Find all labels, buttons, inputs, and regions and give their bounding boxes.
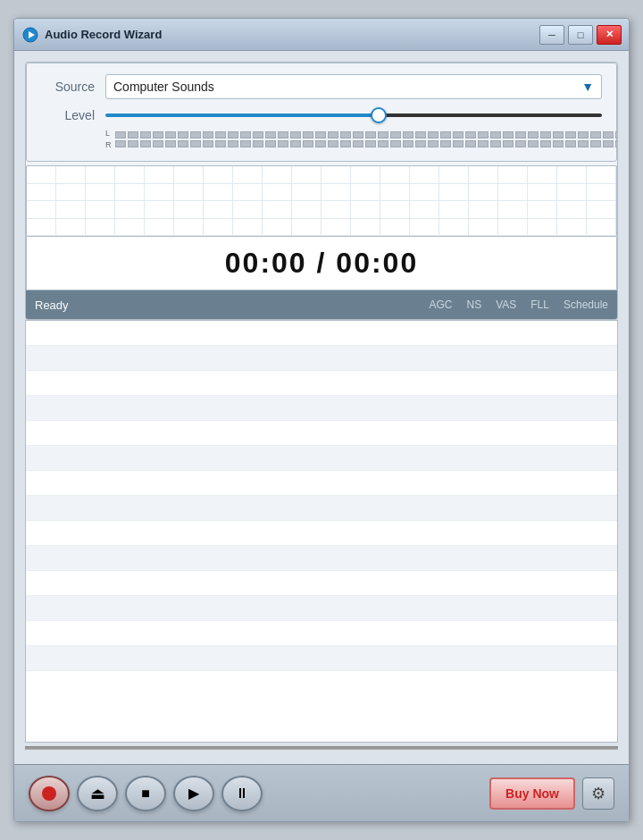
waveform-cell xyxy=(263,219,292,237)
status-vas: VAS xyxy=(496,298,516,311)
list-item[interactable] xyxy=(26,496,617,521)
vu-seg xyxy=(440,131,451,139)
list-item[interactable] xyxy=(26,371,617,396)
waveform-cell xyxy=(587,166,616,184)
waveform-cell xyxy=(145,219,174,237)
window-title: Audio Record Wizard xyxy=(45,28,539,41)
settings-button[interactable]: ⚙ xyxy=(582,777,614,810)
list-item[interactable] xyxy=(26,446,617,471)
vu-seg xyxy=(353,140,363,147)
stop-button[interactable]: ■ xyxy=(125,776,166,811)
controls-box: Source Computer Sounds ▼ Level L xyxy=(25,62,618,320)
vu-seg xyxy=(203,140,213,147)
waveform-cell xyxy=(410,184,439,202)
list-item[interactable] xyxy=(26,571,617,596)
list-item[interactable] xyxy=(26,346,617,371)
waveform-cell xyxy=(587,219,616,237)
main-content: Source Computer Sounds ▼ Level L xyxy=(14,51,629,764)
list-item[interactable] xyxy=(26,646,617,671)
vu-seg xyxy=(428,140,438,147)
vu-seg xyxy=(303,140,313,147)
timer-area: 00:00 / 00:00 xyxy=(26,237,617,290)
vu-seg xyxy=(403,131,413,139)
vu-seg xyxy=(328,140,338,147)
vu-bar-right xyxy=(115,140,619,147)
waveform-cell xyxy=(233,166,263,184)
vu-seg xyxy=(465,140,476,147)
waveform-cell xyxy=(351,219,380,237)
waveform-cell xyxy=(86,219,115,237)
vu-seg xyxy=(178,131,188,139)
pause-button[interactable]: ⏸ xyxy=(221,776,263,811)
vu-seg xyxy=(603,140,614,147)
vu-seg xyxy=(340,140,351,147)
waveform-cell xyxy=(557,184,587,202)
list-item[interactable] xyxy=(26,321,617,346)
separator xyxy=(25,746,618,750)
buy-now-button[interactable]: Buy Now xyxy=(489,777,575,810)
list-item[interactable] xyxy=(26,546,617,571)
vu-seg xyxy=(553,131,564,139)
list-item[interactable] xyxy=(26,521,617,546)
eject-button[interactable]: ⏏ xyxy=(77,776,118,811)
waveform-cell xyxy=(292,166,322,184)
waveform-cell xyxy=(56,166,86,184)
waveform-cell xyxy=(469,166,498,184)
waveform-cell xyxy=(351,166,380,184)
timer-display: 00:00 / 00:00 xyxy=(225,247,418,280)
vu-seg xyxy=(215,140,226,147)
list-item[interactable] xyxy=(26,596,617,621)
waveform-cell xyxy=(439,201,469,219)
titlebar: Audio Record Wizard ─ □ ✕ xyxy=(14,19,629,51)
vu-seg xyxy=(240,131,251,139)
level-label: Level xyxy=(41,108,95,122)
waveform-cell xyxy=(115,219,145,237)
eject-icon: ⏏ xyxy=(90,784,105,803)
waveform-cell xyxy=(263,166,292,184)
status-schedule: Schedule xyxy=(564,298,608,311)
waveform-cell xyxy=(587,201,616,219)
vu-seg xyxy=(290,131,301,139)
list-item[interactable] xyxy=(26,396,617,421)
slider-thumb[interactable] xyxy=(371,107,387,123)
vu-seg xyxy=(140,131,151,139)
vu-seg xyxy=(578,140,589,147)
vu-seg xyxy=(415,140,426,147)
vu-seg xyxy=(378,140,388,147)
record-button[interactable] xyxy=(29,776,70,811)
timer-current: 00:00 xyxy=(225,247,307,279)
level-slider[interactable] xyxy=(105,113,602,117)
list-item[interactable] xyxy=(26,421,617,446)
vu-seg xyxy=(515,140,526,147)
level-row: Level xyxy=(41,108,602,122)
waveform-cell xyxy=(292,219,322,237)
vu-seg xyxy=(265,140,276,147)
vu-seg xyxy=(353,131,363,139)
minimize-button[interactable]: ─ xyxy=(539,25,564,45)
vu-seg xyxy=(540,140,551,147)
vu-seg xyxy=(528,140,539,147)
waveform-cell xyxy=(263,201,292,219)
waveform-cell xyxy=(27,219,56,237)
waveform-cell xyxy=(27,184,56,202)
waveform-cell xyxy=(498,219,528,237)
vu-seg xyxy=(615,131,619,139)
waveform-cell xyxy=(469,184,498,202)
waveform-cell xyxy=(469,219,498,237)
status-ready: Ready xyxy=(35,298,429,312)
vu-seg xyxy=(240,140,251,147)
source-dropdown[interactable]: Computer Sounds ▼ xyxy=(105,74,602,99)
window-controls: ─ □ ✕ xyxy=(539,25,622,45)
waveform-cell xyxy=(557,201,587,219)
list-item[interactable] xyxy=(26,471,617,496)
list-item[interactable] xyxy=(26,621,617,646)
vu-seg xyxy=(590,131,601,139)
vu-seg xyxy=(153,140,163,147)
waveform-cell xyxy=(380,219,410,237)
vu-left-label: L xyxy=(105,128,112,139)
close-button[interactable]: ✕ xyxy=(597,25,622,45)
play-button[interactable]: ▶ xyxy=(173,776,214,811)
vu-meter-row: L R xyxy=(105,128,602,150)
maximize-button[interactable]: □ xyxy=(568,25,593,45)
vu-seg xyxy=(315,140,326,147)
